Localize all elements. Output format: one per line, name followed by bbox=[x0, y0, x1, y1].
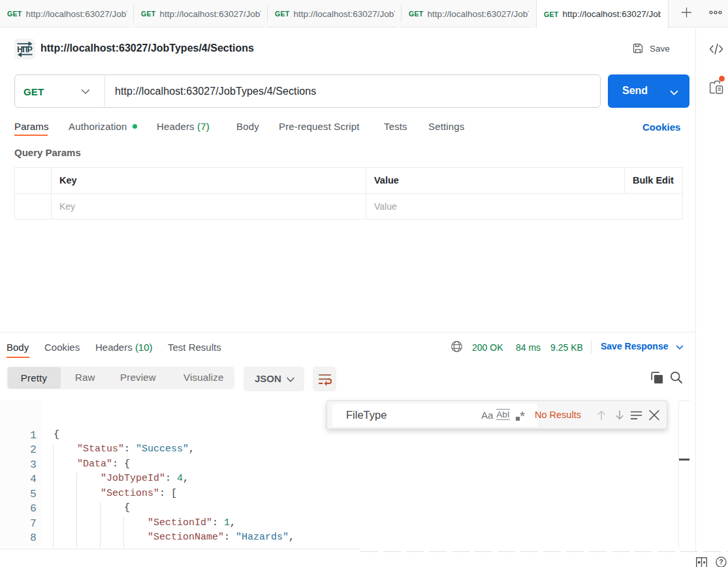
svg-text:?: ? bbox=[719, 558, 723, 566]
svg-text:HTTP: HTTP bbox=[17, 45, 33, 54]
